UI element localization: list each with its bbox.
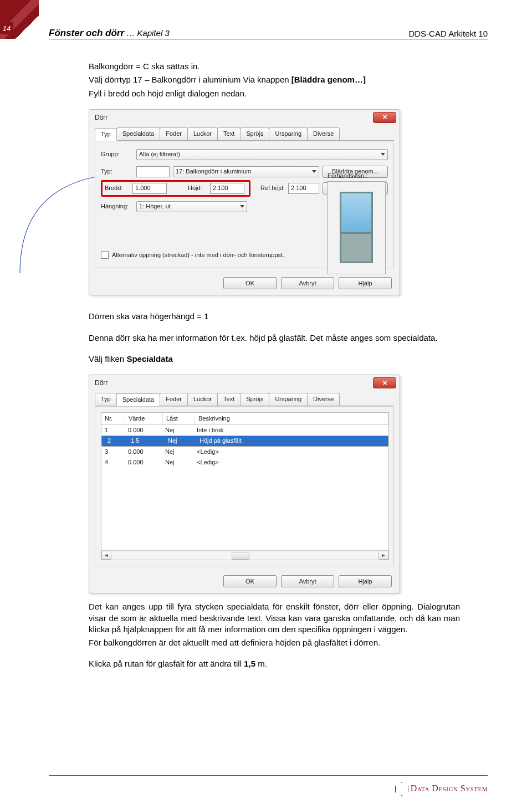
- tab-diverse[interactable]: Diverse: [307, 127, 340, 140]
- cancel-button[interactable]: Avbryt: [281, 277, 334, 289]
- tab-diverse[interactable]: Diverse: [307, 393, 340, 406]
- tab-sprojs[interactable]: Spröjs: [240, 393, 269, 406]
- col-last: Låst: [163, 413, 195, 424]
- intro-line-1: Balkongdörr = C ska sättas in.: [89, 61, 460, 72]
- footer-logo: Data Design System: [395, 782, 488, 795]
- typ-label: Typ:: [101, 167, 133, 176]
- horizontal-scrollbar[interactable]: ◄ ►: [101, 550, 388, 560]
- tab-typ[interactable]: Typ: [95, 128, 117, 141]
- intro-line-3: Fyll i bredd och höjd enligt dialogen ne…: [89, 88, 460, 99]
- mid-text-1: Dörren ska vara högerhängd = 1: [89, 311, 460, 322]
- chevron-down-icon: [381, 153, 385, 156]
- header-right: DDS-CAD Arkitekt 10: [408, 29, 488, 38]
- dialog-title: Dörr: [95, 113, 108, 122]
- ok-button[interactable]: OK: [223, 277, 277, 289]
- outro-2: För balkongdörren är det aktuellt med at…: [89, 637, 460, 648]
- tab-specialdata[interactable]: Specialdata: [116, 127, 161, 140]
- tab-luckor[interactable]: Luckor: [187, 393, 218, 406]
- typ-select[interactable]: 17: Balkongdörr i aluminium: [173, 166, 319, 177]
- tab-typ[interactable]: Typ: [95, 393, 117, 406]
- mid-text-3: Välj fliken Specialdata: [89, 354, 460, 365]
- tab-foder[interactable]: Foder: [160, 393, 188, 406]
- refhojd-label: Ref.höjd:: [254, 184, 285, 192]
- table-row[interactable]: 10.000NejInte i bruk: [101, 425, 388, 436]
- col-nr: Nr.: [101, 413, 125, 424]
- scroll-left-icon[interactable]: ◄: [101, 551, 111, 560]
- dialog-tabs: Typ Specialdata Foder Luckor Text Spröjs…: [95, 127, 394, 141]
- header-left: Fönster och dörr … Kapitel 3: [49, 28, 170, 39]
- mid-text-2: Denna dörr ska ha mer information för t.…: [89, 332, 460, 344]
- close-button[interactable]: ✕: [373, 377, 396, 388]
- close-button[interactable]: ✕: [373, 112, 396, 123]
- door-preview-image: [340, 192, 373, 263]
- hojd-label: Höjd:: [188, 184, 207, 192]
- grupp-select[interactable]: Alla (ej filtrerat): [136, 149, 388, 160]
- col-varde: Värde: [125, 413, 163, 424]
- tab-specialdata[interactable]: Specialdata: [116, 393, 161, 406]
- bredd-input[interactable]: 1.000: [132, 183, 167, 194]
- table-row-selected[interactable]: 21,5NejHöjd på glasfält: [101, 436, 388, 447]
- door-dialog-specialdata: Dörr✕ Typ Specialdata Foder Luckor Text …: [89, 375, 400, 593]
- page-number: 14: [0, 22, 13, 34]
- table-header: Nr. Värde Låst Beskrivning: [101, 413, 388, 425]
- hangning-select[interactable]: 1: Höger, ut: [136, 201, 247, 212]
- specialdata-table[interactable]: Nr. Värde Låst Beskrivning 10.000NejInte…: [101, 412, 389, 560]
- help-button[interactable]: Hjälp: [339, 575, 392, 587]
- intro-line-2: Välj dörrtyp 17 – Balkongdörr i aluminiu…: [89, 74, 460, 85]
- hangning-label: Hängning:: [101, 202, 133, 211]
- outro-1: Det kan anges upp till fyra stycken spec…: [89, 601, 460, 635]
- scroll-right-icon[interactable]: ►: [378, 551, 388, 560]
- refhojd-input[interactable]: 2.100: [288, 183, 319, 194]
- typ-number-input[interactable]: [136, 166, 170, 177]
- tab-ursparing[interactable]: Ursparing: [269, 393, 308, 406]
- door-dialog-typ: Dörr✕ Typ Specialdata Foder Luckor Text …: [89, 109, 400, 296]
- ok-button[interactable]: OK: [223, 575, 277, 587]
- preview-label: Förhandsvisn.:: [328, 172, 367, 180]
- bredd-label: Bredd:: [105, 184, 129, 192]
- header-rule: [49, 39, 488, 39]
- hojd-input[interactable]: 2.100: [210, 183, 244, 194]
- tab-ursparing[interactable]: Ursparing: [269, 127, 308, 140]
- tab-sprojs[interactable]: Spröjs: [240, 127, 269, 140]
- tab-text[interactable]: Text: [217, 393, 241, 406]
- grupp-label: Grupp:: [101, 150, 133, 158]
- outro-3: Klicka på rutan för glasfält för att änd…: [89, 658, 460, 669]
- col-beskrivning: Beskrivning: [195, 413, 388, 424]
- dialog-title: Dörr: [95, 378, 108, 387]
- tab-text[interactable]: Text: [217, 127, 241, 140]
- door-preview: Förhandsvisn.:: [327, 181, 386, 274]
- cancel-button[interactable]: Avbryt: [281, 575, 334, 587]
- scroll-thumb[interactable]: [232, 552, 249, 560]
- alt-opening-checkbox[interactable]: [101, 251, 109, 259]
- footer-rule: [49, 775, 488, 776]
- alt-opening-label: Alternativ öppning (streckad) - inte med…: [112, 251, 284, 259]
- table-row[interactable]: 40.000Nej<Ledig>: [101, 457, 388, 468]
- help-button[interactable]: Hjälp: [339, 277, 392, 289]
- chevron-down-icon: [240, 205, 244, 208]
- chevron-down-icon: [312, 170, 316, 173]
- dialog-tabs: Typ Specialdata Foder Luckor Text Spröjs…: [95, 393, 394, 406]
- logo-icon: [395, 782, 407, 795]
- tab-foder[interactable]: Foder: [160, 127, 188, 140]
- table-row[interactable]: 30.000Nej<Ledig>: [101, 447, 388, 457]
- tab-luckor[interactable]: Luckor: [187, 127, 218, 140]
- dimension-highlight: Bredd: 1.000 Höjd: 2.100: [101, 180, 250, 197]
